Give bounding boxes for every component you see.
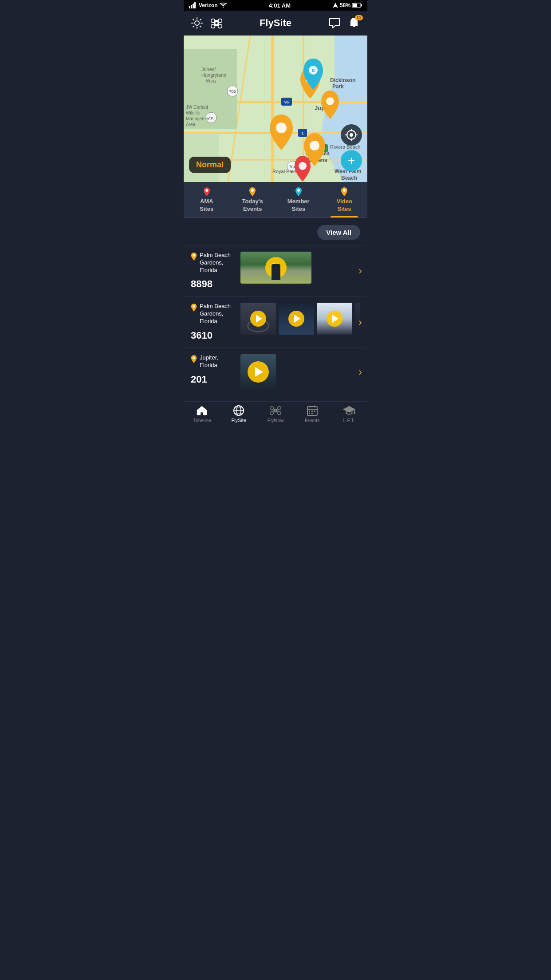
svg-point-71 <box>343 189 346 192</box>
settings-button[interactable] <box>191 17 203 29</box>
wifi-icon <box>220 3 227 8</box>
site-3610-images <box>240 303 360 335</box>
tab-todays-events[interactable]: Today'sEvents <box>230 187 276 217</box>
map-view[interactable]: 95 706 710 811 A1A 1 704 Jones/ Hungryla… <box>184 36 367 182</box>
site-8898-chevron[interactable]: › <box>358 265 362 277</box>
site-3610-play-btn-3[interactable] <box>327 311 342 327</box>
svg-text:1: 1 <box>301 131 303 135</box>
status-battery: 58% <box>333 2 362 8</box>
app-title: FlySite <box>260 17 291 29</box>
tab-ama-icon-row <box>204 187 210 196</box>
app-header: FlySite 11 <box>184 11 367 36</box>
svg-text:Jones/: Jones/ <box>201 67 216 72</box>
add-location-button[interactable]: + <box>341 150 362 171</box>
site-item-3610[interactable]: Palm BeachGardens, Florida 3610 <box>184 296 367 348</box>
locate-icon <box>345 129 358 141</box>
site-item-201[interactable]: Jupiter, Florida 201 › <box>184 348 367 396</box>
status-time: 4:01 AM <box>269 2 291 9</box>
tab-member-sites[interactable]: MemberSites <box>276 187 322 217</box>
tab-video-label: VideoSites <box>337 198 352 213</box>
chat-button[interactable] <box>328 17 341 29</box>
tab-video-sites[interactable]: VideoSites <box>322 187 368 217</box>
site-8898-location: Palm BeachGardens, Florida <box>200 252 235 274</box>
nav-lft[interactable]: L.F.T. <box>331 405 367 423</box>
nav-flysite[interactable]: FlySite <box>220 405 257 423</box>
svg-rect-90 <box>309 411 310 412</box>
nav-lft-label: L.F.T. <box>343 418 354 423</box>
svg-text:Management: Management <box>186 116 212 121</box>
drone-icon <box>210 17 223 29</box>
site-3610-thumb-3[interactable] <box>317 303 352 335</box>
svg-rect-94 <box>311 413 313 414</box>
status-carrier: Verizon <box>189 2 227 8</box>
site-3610-id: 3610 <box>191 330 235 341</box>
category-tabs: AMASites Today'sEvents MemberSites Video… <box>184 182 367 218</box>
svg-rect-3 <box>194 2 196 8</box>
svg-point-68 <box>205 189 208 192</box>
svg-rect-91 <box>311 411 313 412</box>
ama-pin-icon <box>204 187 210 196</box>
tab-ama-sites[interactable]: AMASites <box>184 187 230 217</box>
status-bar: Verizon 4:01 AM 58% <box>184 0 367 11</box>
svg-rect-2 <box>193 4 194 8</box>
svg-point-72 <box>193 254 195 256</box>
svg-text:Hungryland: Hungryland <box>201 72 226 78</box>
carrier-label: Verizon <box>199 2 218 8</box>
site-201-thumb-1[interactable] <box>240 354 276 390</box>
view-all-button[interactable]: View All <box>317 225 360 240</box>
svg-point-69 <box>251 189 254 192</box>
nav-flynow[interactable]: FlyNow <box>257 405 294 423</box>
nav-timeline[interactable]: Timeline <box>184 405 220 423</box>
battery-percent: 58% <box>340 2 350 8</box>
site-201-images <box>240 354 360 390</box>
location-arrow-icon <box>333 3 338 8</box>
site-3610-location: Palm BeachGardens, Florida <box>200 303 235 325</box>
svg-text:Dickinson: Dickinson <box>330 77 355 83</box>
nav-timeline-label: Timeline <box>193 418 211 423</box>
site-8898-person <box>272 264 280 280</box>
svg-point-73 <box>193 305 195 308</box>
site-201-play-btn[interactable] <box>248 361 269 383</box>
calendar-icon <box>306 405 319 416</box>
graduation-icon <box>343 405 355 416</box>
site-201-chevron[interactable]: › <box>358 366 362 378</box>
site-item-8898[interactable]: Palm BeachGardens, Florida 8898 › <box>184 245 367 296</box>
site-201-location: Jupiter, Florida <box>200 354 235 369</box>
site-3610-chevron[interactable]: › <box>358 316 362 328</box>
site-8898-thumb-1[interactable] <box>240 252 311 284</box>
svg-point-8 <box>195 21 199 25</box>
svg-point-80 <box>270 407 273 410</box>
site-8898-left: Palm BeachGardens, Florida 8898 <box>191 252 235 290</box>
tab-member-icon-row <box>295 187 302 196</box>
drone-button[interactable] <box>210 17 223 29</box>
site-3610-play-btn-2[interactable] <box>288 311 304 327</box>
header-left <box>191 17 223 29</box>
drone-nav-icon <box>269 405 282 416</box>
site-8898-images <box>240 252 360 284</box>
home-icon <box>196 405 208 416</box>
gear-icon <box>191 17 203 29</box>
svg-marker-4 <box>333 3 338 8</box>
svg-text:706: 706 <box>229 89 236 94</box>
site-201-pin-icon <box>191 355 197 363</box>
signal-icon <box>189 2 197 8</box>
map-mode-button[interactable]: Normal <box>189 157 231 173</box>
svg-point-59 <box>276 122 287 133</box>
svg-rect-0 <box>189 6 190 8</box>
svg-rect-93 <box>309 413 310 414</box>
globe-icon <box>232 405 245 416</box>
bell-button[interactable]: 11 <box>348 17 360 29</box>
svg-point-14 <box>215 22 217 24</box>
nav-flysite-label: FlySite <box>231 418 246 423</box>
site-3610-thumb-2[interactable] <box>279 303 314 335</box>
site-201-id: 201 <box>191 374 235 385</box>
site-3610-play-btn-1[interactable] <box>250 311 266 327</box>
locate-button[interactable] <box>341 124 362 146</box>
svg-point-97 <box>354 412 355 414</box>
site-3610-thumb-1[interactable] <box>240 303 276 335</box>
svg-text:Riviera Beach: Riviera Beach <box>330 144 360 150</box>
svg-text:Royal Palm: Royal Palm <box>272 169 297 174</box>
nav-events[interactable]: Events <box>294 405 331 423</box>
chat-icon <box>329 18 340 28</box>
svg-rect-7 <box>361 4 362 7</box>
